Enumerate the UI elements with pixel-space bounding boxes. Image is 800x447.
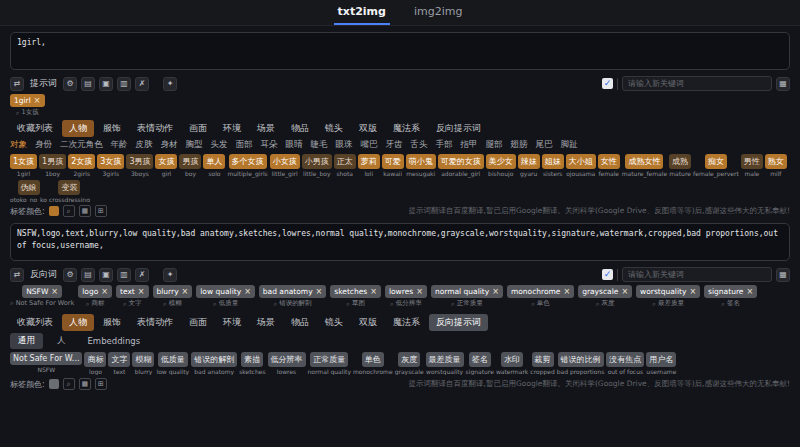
tag-button[interactable]: 2女孩 2girls: [68, 154, 95, 177]
subcategory-link[interactable]: 年龄: [111, 139, 128, 151]
tag-category-tab[interactable]: 画面: [182, 120, 214, 137]
tag-category-tab[interactable]: 反向提示词: [429, 120, 488, 137]
settings-icon[interactable]: ⚙: [63, 268, 77, 282]
chip-body[interactable]: 1girl ×: [10, 94, 45, 107]
tag-category-tab[interactable]: 收藏列表: [10, 314, 60, 331]
paste-icon[interactable]: ▥: [117, 77, 131, 91]
chip-body[interactable]: grayscale ×: [578, 285, 632, 298]
tag-button[interactable]: 女孩 girl: [155, 154, 177, 177]
tag-button[interactable]: 1男孩 1boy: [39, 154, 66, 177]
chip-remove-icon[interactable]: ×: [34, 96, 41, 105]
add-swatch-icon[interactable]: ⊞: [95, 205, 107, 217]
chip-remove-icon[interactable]: ×: [689, 287, 696, 296]
translate-icon[interactable]: ⇄: [10, 268, 24, 282]
prompt-chip[interactable]: monochrome × ⌕ 单色: [507, 285, 574, 308]
tag-category-tab[interactable]: 镜头: [318, 314, 350, 331]
chip-body[interactable]: lowres ×: [385, 285, 427, 298]
tag-button[interactable]: 变装 crossdressing: [49, 180, 90, 202]
chip-remove-icon[interactable]: ×: [138, 287, 145, 296]
tag-button[interactable]: 可爱 kawaii: [382, 154, 404, 177]
tag-button[interactable]: 水印 watermark: [496, 352, 528, 375]
tag-button[interactable]: 最差质量 worstquality: [426, 352, 464, 375]
chip-body[interactable]: bad anatomy ×: [259, 285, 326, 298]
subcategory-link[interactable]: 眼珠: [336, 139, 353, 151]
subcategory-link[interactable]: 身材: [161, 139, 178, 151]
tag-category-tab[interactable]: 收藏列表: [10, 120, 60, 137]
clear-icon[interactable]: ✗: [135, 268, 149, 282]
tag-button[interactable]: 小女孩 little_girl: [270, 154, 300, 177]
tag-category-tab[interactable]: 魔法系: [386, 314, 427, 331]
subcategory-link[interactable]: 身份: [35, 139, 52, 151]
tag-button[interactable]: 男孩 boy: [179, 154, 201, 177]
tag-button[interactable]: 多个女孩 multiple_girls: [227, 154, 267, 177]
tag-button[interactable]: 单色 monochrome: [353, 352, 393, 375]
tag-button[interactable]: 裁剪 cropped: [530, 352, 554, 375]
tag-button[interactable]: 低质量 low quality: [156, 352, 189, 375]
tag-color-swatch[interactable]: [49, 379, 59, 389]
paste-icon[interactable]: ▥: [117, 268, 131, 282]
chip-body[interactable]: logo ×: [78, 285, 112, 298]
tag-button[interactable]: 错误的比例 bad proportions: [557, 352, 605, 375]
tag-button[interactable]: Not Safe For W... NSFW: [10, 352, 82, 375]
magic-icon[interactable]: ✦: [163, 77, 177, 91]
chip-body[interactable]: monochrome ×: [507, 285, 574, 298]
tag-button[interactable]: 痴女 female_pervert: [693, 154, 739, 177]
chip-body[interactable]: low quality ×: [196, 285, 255, 298]
chip-body[interactable]: normal quality ×: [431, 285, 503, 298]
tag-button[interactable]: 3女孩 3girls: [97, 154, 124, 177]
tag-button[interactable]: 可爱的女孩 adorable_girl: [438, 154, 484, 177]
tag-category-tab[interactable]: 物品: [284, 120, 316, 137]
tag-category-tab[interactable]: 魔法系: [386, 120, 427, 137]
subcategory-link[interactable]: 翅膀: [511, 139, 528, 151]
tag-button[interactable]: 单人 solo: [203, 154, 225, 177]
chip-body[interactable]: signature ×: [704, 285, 757, 298]
chip-body[interactable]: text ×: [116, 285, 149, 298]
negative-subtab[interactable]: 通用: [10, 333, 43, 349]
tag-button[interactable]: 3男孩 3boys: [126, 154, 153, 177]
prompt-chip[interactable]: NSFW × ⌕ Not Safe For Work: [10, 285, 74, 307]
tag-category-tab[interactable]: 反向提示词: [429, 314, 488, 331]
tag-button[interactable]: 小男孩 little_boy: [302, 154, 332, 177]
subcategory-link[interactable]: 腿部: [486, 139, 503, 151]
translate-icon[interactable]: ⇄: [10, 77, 24, 91]
tag-category-tab[interactable]: 表情动作: [130, 120, 180, 137]
tag-category-tab[interactable]: 服饰: [96, 314, 128, 331]
subcategory-link[interactable]: 皮肤: [136, 139, 153, 151]
add-swatch-icon[interactable]: ⊞: [95, 378, 107, 390]
grid-swatch-icon[interactable]: ▦: [79, 205, 91, 217]
copy-icon[interactable]: ▣: [99, 268, 113, 282]
subcategory-link[interactable]: 二次元角色: [60, 139, 103, 151]
tag-button[interactable]: 商标 logo: [84, 352, 106, 375]
subcategory-link[interactable]: 眼睛: [286, 139, 303, 151]
tag-button[interactable]: 素描 sketches: [239, 352, 265, 375]
prompt-chip[interactable]: worstquality × ⌕ 最差质量: [636, 285, 700, 308]
prompt-chip[interactable]: logo × ⌕ 商标: [78, 285, 112, 308]
settings-icon[interactable]: ⚙: [63, 77, 77, 91]
subcategory-link[interactable]: 睫毛: [311, 139, 328, 151]
tag-button[interactable]: 美少女 bishoujo: [486, 154, 516, 177]
subcategory-link[interactable]: 舌头: [411, 139, 428, 151]
tag-category-tab[interactable]: 人物: [62, 314, 94, 331]
chip-remove-icon[interactable]: ×: [101, 287, 108, 296]
subcategory-link[interactable]: 脚趾: [561, 139, 578, 151]
prompt-chip[interactable]: sketches × ⌕ 草图: [330, 285, 381, 308]
top-tab[interactable]: txt2img: [334, 0, 390, 25]
chip-remove-icon[interactable]: ×: [416, 287, 423, 296]
history-icon[interactable]: ▤: [81, 268, 95, 282]
tag-button[interactable]: 辣妹 gyaru: [518, 154, 540, 177]
tag-button[interactable]: 签名 signature: [466, 352, 494, 375]
tag-button[interactable]: 没有焦点 out of focus: [606, 352, 644, 375]
chip-remove-icon[interactable]: ×: [244, 287, 251, 296]
tag-category-tab[interactable]: 双版: [352, 314, 384, 331]
tag-button[interactable]: 模糊 blurry: [132, 352, 154, 375]
tag-button[interactable]: 成熟 mature: [669, 154, 691, 177]
negative-subtab[interactable]: Embeddings: [80, 334, 149, 348]
subcategory-link[interactable]: 头发: [211, 139, 228, 151]
chip-remove-icon[interactable]: ×: [746, 287, 753, 296]
tag-button[interactable]: 熟女 milf: [765, 154, 787, 177]
new-keyword-input[interactable]: [622, 267, 772, 282]
positive-prompt-textarea[interactable]: 1girl,: [10, 32, 790, 70]
prompt-chip[interactable]: low quality × ⌕ 低质量: [196, 285, 255, 308]
prompt-chip[interactable]: normal quality × ⌕ 正常质量: [431, 285, 503, 308]
tag-button[interactable]: 1女孩 1girl: [10, 154, 37, 177]
